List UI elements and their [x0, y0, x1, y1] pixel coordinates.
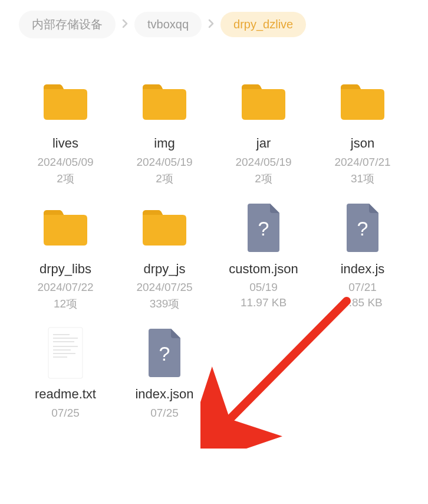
folder-item[interactable]: lives 2024/05/09 2项 — [19, 73, 112, 186]
svg-text:?: ? — [159, 342, 170, 365]
folder-icon — [135, 73, 194, 132]
breadcrumb: 内部存储设备 tvboxqq drpy_dzlive — [0, 0, 428, 49]
item-name: img — [154, 135, 175, 152]
item-name: jar — [256, 135, 271, 152]
item-name: lives — [52, 135, 78, 152]
item-date: 2024/07/22 — [37, 281, 93, 294]
item-meta: 2项 — [255, 171, 272, 186]
file-item[interactable]: ? custom.json 05/19 11.97 KB — [217, 198, 310, 312]
folder-icon — [135, 198, 194, 257]
item-meta: 2项 — [156, 171, 173, 186]
item-name: json — [351, 135, 374, 152]
item-name: index.js — [341, 261, 385, 278]
item-date: 2024/07/25 — [136, 281, 192, 294]
item-name: drpy_libs — [39, 261, 91, 278]
item-date: 2024/07/21 — [334, 156, 390, 169]
folder-icon — [36, 73, 95, 132]
folder-icon — [333, 73, 392, 132]
breadcrumb-item-current[interactable]: drpy_dzlive — [220, 12, 306, 37]
svg-rect-2 — [48, 328, 83, 378]
file-grid: lives 2024/05/09 2项 img 2024/05/19 2项 ja… — [0, 49, 428, 428]
item-date: 2024/05/09 — [37, 156, 93, 169]
unknown-file-icon: ? — [234, 198, 293, 257]
item-meta: 12项 — [54, 296, 77, 312]
breadcrumb-item-parent[interactable]: tvboxqq — [134, 12, 202, 37]
svg-text:?: ? — [357, 217, 368, 240]
folder-item[interactable]: drpy_libs 2024/07/22 12项 — [19, 198, 112, 312]
item-meta: 339项 — [150, 296, 180, 312]
unknown-file-icon: ? — [135, 323, 194, 382]
item-date: 2024/05/19 — [136, 156, 192, 169]
item-date: 07/25 — [51, 407, 80, 420]
text-file-icon — [36, 323, 95, 382]
item-name: index.json — [135, 386, 193, 403]
item-meta: 8.85 KB — [343, 296, 383, 309]
file-item[interactable]: readme.txt 07/25 — [19, 323, 112, 422]
item-date: 2024/05/19 — [235, 156, 291, 169]
folder-item[interactable]: jar 2024/05/19 2项 — [217, 73, 310, 186]
folder-item[interactable]: img 2024/05/19 2项 — [118, 73, 211, 186]
folder-item[interactable]: json 2024/07/21 31项 — [316, 73, 409, 186]
chevron-right-icon — [119, 18, 131, 31]
breadcrumb-item-root[interactable]: 内部存储设备 — [19, 11, 116, 38]
chevron-right-icon — [205, 18, 217, 31]
file-item[interactable]: ? index.js 07/21 8.85 KB — [316, 198, 409, 312]
folder-icon — [234, 73, 293, 132]
folder-item[interactable]: drpy_js 2024/07/25 339项 — [118, 198, 211, 312]
item-name: custom.json — [229, 261, 298, 278]
item-meta: 31项 — [351, 171, 374, 186]
item-date: 07/21 — [348, 281, 377, 294]
item-meta: 11.97 KB — [241, 296, 287, 309]
folder-icon — [36, 198, 95, 257]
item-name: drpy_js — [144, 261, 186, 278]
item-date: 07/25 — [150, 407, 179, 420]
file-item[interactable]: ? index.json 07/25 — [118, 323, 211, 422]
svg-text:?: ? — [258, 217, 269, 240]
unknown-file-icon: ? — [333, 198, 392, 257]
item-date: 05/19 — [249, 281, 278, 294]
item-name: readme.txt — [35, 386, 96, 403]
item-meta: 2项 — [57, 171, 74, 186]
